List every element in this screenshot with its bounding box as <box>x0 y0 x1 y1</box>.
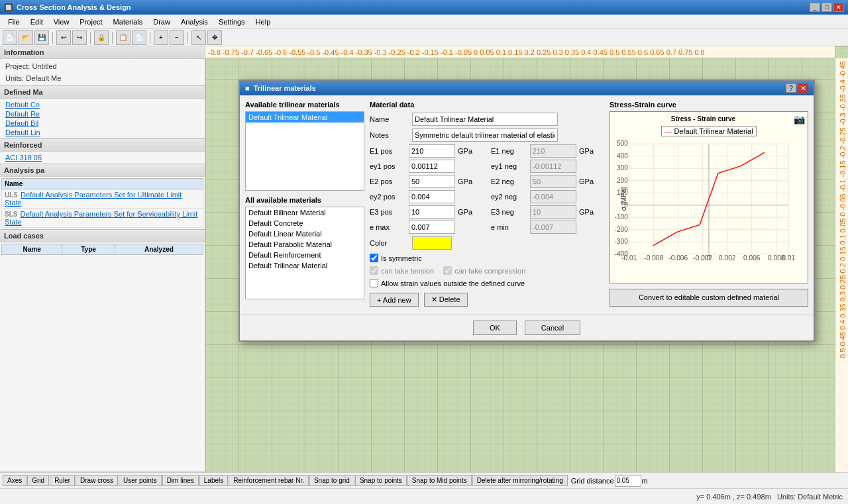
all-materials-list[interactable]: Default Bilinear Material Default Concre… <box>245 207 364 299</box>
tb-paste[interactable]: 📄 <box>132 30 146 45</box>
menu-materials[interactable]: Materials <box>108 17 148 27</box>
e1neg-input[interactable] <box>530 144 576 158</box>
allow-strain-checkbox[interactable] <box>370 279 378 287</box>
app-icon: 🔲 <box>4 3 13 12</box>
menu-help[interactable]: Help <box>250 17 276 27</box>
tb-save[interactable]: 💾 <box>34 30 49 45</box>
snap-to-mid-button[interactable]: Snap to Mid points <box>407 475 472 486</box>
compression-checkbox[interactable] <box>443 266 452 275</box>
add-new-button[interactable]: + Add new <box>370 293 419 307</box>
tb-redo[interactable]: ↪ <box>72 30 87 45</box>
minimize-button[interactable]: _ <box>810 3 820 12</box>
tb-copy[interactable]: 📋 <box>116 30 131 45</box>
e2neg-input[interactable] <box>530 175 576 188</box>
all-mat-concrete[interactable]: Default Concrete <box>246 218 364 228</box>
emax-input[interactable] <box>409 221 455 234</box>
dialog-close-button[interactable]: ✕ <box>798 83 808 93</box>
defined-materials-section: Defined Ma Default Co Default Re Default… <box>0 86 205 139</box>
menu-edit[interactable]: Edit <box>25 17 48 27</box>
labels-button[interactable]: Labels <box>199 475 228 486</box>
camera-icon[interactable]: 📷 <box>794 114 805 125</box>
close-button[interactable]: ✕ <box>833 3 844 12</box>
tb-select[interactable]: ↖ <box>191 30 206 45</box>
emin-row: e min <box>491 221 604 234</box>
chart-section-title: Stress-Strain curve <box>610 101 808 109</box>
name-input[interactable] <box>412 113 558 126</box>
dim-lines-button[interactable]: Dim lines <box>162 475 199 486</box>
chart-area: Stress-Strain curve Stress - Strain curv… <box>610 101 808 307</box>
ruler-button[interactable]: Ruler <box>50 475 75 486</box>
all-mat-bilinear[interactable]: Default Bilinear Material <box>246 207 364 218</box>
analysis-params-table: Name ULSDefault Analysis Parameters Set … <box>1 178 203 228</box>
maximize-button[interactable]: □ <box>822 3 832 12</box>
all-mat-trilinear[interactable]: Default Trilinear Material <box>246 260 364 271</box>
grid-button[interactable]: Grid <box>27 475 49 486</box>
tb-lock[interactable]: 🔒 <box>94 30 109 45</box>
sls-link[interactable]: Default Analysis Parameters Set for Serv… <box>5 210 197 226</box>
ey2neg-row: ey2 neg <box>491 190 604 203</box>
tension-checkbox[interactable] <box>370 266 378 275</box>
svg-text:300: 300 <box>617 164 628 172</box>
ok-button[interactable]: OK <box>473 321 517 335</box>
e3neg-input[interactable] <box>530 205 576 219</box>
convert-button[interactable]: Convert to editable custom defined mater… <box>610 289 808 307</box>
e1pos-input[interactable] <box>409 144 455 158</box>
ey2neg-input[interactable] <box>530 190 576 203</box>
reinforced-link[interactable]: ACI 318 05 <box>1 153 203 162</box>
tb-new[interactable]: 📄 <box>3 30 17 45</box>
ap-col-name: Name <box>2 179 203 189</box>
menu-analysis[interactable]: Analysis <box>176 17 213 27</box>
dialog-help-button[interactable]: ? <box>786 83 796 93</box>
grid-distance-input[interactable] <box>615 475 641 487</box>
delete-button[interactable]: ✕ Delete <box>424 293 468 307</box>
x-axis-label: Strain <box>700 259 718 260</box>
mat-link-reinforcement[interactable]: Default Re <box>1 109 203 119</box>
uls-link[interactable]: Default Analysis Parameters Set for Ulti… <box>5 191 182 207</box>
status-bar: y= 0.406m , z= 0.498m Units: Default Met… <box>0 488 848 504</box>
axes-button[interactable]: Axes <box>3 475 26 486</box>
material-data-panel: Material data Name Notes E1 pos <box>370 101 604 307</box>
all-mat-parabolic[interactable]: Default Parabolic Material <box>246 239 364 250</box>
menu-project[interactable]: Project <box>74 17 107 27</box>
draw-cross-button[interactable]: Draw cross <box>76 475 118 486</box>
delete-after-mirror-button[interactable]: Delete after mirroring/rotating <box>472 475 568 486</box>
menu-view[interactable]: View <box>48 17 75 27</box>
main-layout: Information Project: Untitled Units: Def… <box>0 46 848 472</box>
cancel-button[interactable]: Cancel <box>525 321 580 335</box>
svg-text:200: 200 <box>617 177 628 184</box>
avail-list[interactable]: Default Trilinear Material <box>245 111 364 191</box>
all-mat-linear[interactable]: Default Linear Material <box>246 228 364 239</box>
ey1pos-input[interactable] <box>409 160 455 173</box>
user-points-button[interactable]: User points <box>119 475 162 486</box>
all-mat-reinforcement[interactable]: Default Reinforcement <box>246 250 364 260</box>
tb-zoom-out[interactable]: − <box>170 30 184 45</box>
rebar-nr-button[interactable]: Reinforcement rebar Nr. <box>229 475 309 486</box>
ey2pos-input[interactable] <box>409 190 455 203</box>
e2pos-input[interactable] <box>409 175 455 188</box>
ey2pos-row: ey2 pos <box>370 190 483 203</box>
avail-title: Available trilinear materials <box>245 101 364 109</box>
menu-file[interactable]: File <box>3 17 25 27</box>
e3pos-input[interactable] <box>409 205 455 219</box>
emin-input[interactable] <box>530 221 576 234</box>
project-label: Project: Untitled <box>1 60 203 72</box>
avail-item-default-trilinear[interactable]: Default Trilinear Material <box>246 112 364 123</box>
ey1neg-input[interactable] <box>530 160 576 173</box>
color-picker[interactable] <box>412 236 452 250</box>
mat-link-linear[interactable]: Default Lin <box>1 128 203 137</box>
snap-to-points-button[interactable]: Snap to points <box>355 475 407 486</box>
e3neg-label: E3 neg <box>491 208 527 216</box>
tb-undo[interactable]: ↩ <box>56 30 71 45</box>
tb-zoom-in[interactable]: + <box>154 30 168 45</box>
snap-to-grid-button[interactable]: Snap to grid <box>309 475 354 486</box>
symmetric-label[interactable]: Is symmetric <box>381 254 422 262</box>
allow-strain-label[interactable]: Allow strain values outside the defined … <box>381 279 525 287</box>
notes-input[interactable] <box>412 128 558 142</box>
tb-move[interactable]: ✥ <box>207 30 222 45</box>
menu-draw[interactable]: Draw <box>148 17 176 27</box>
tb-open[interactable]: 📂 <box>19 30 33 45</box>
mat-link-concrete[interactable]: Default Co <box>1 100 203 109</box>
menu-settings[interactable]: Settings <box>213 17 250 27</box>
symmetric-checkbox[interactable] <box>370 254 378 262</box>
mat-link-bilinear[interactable]: Default Bil <box>1 119 203 128</box>
